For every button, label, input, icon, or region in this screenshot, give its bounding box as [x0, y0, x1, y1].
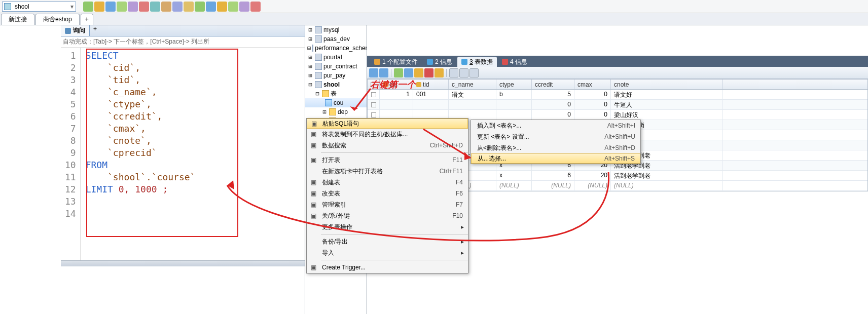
grid-add-icon[interactable] — [394, 68, 403, 77]
help-icon[interactable] — [250, 2, 261, 12]
result-tab[interactable]: 1 个配置文件 — [370, 57, 422, 67]
query-tab-add[interactable]: + — [90, 25, 100, 36]
sql-editor[interactable]: 1234567891011121314 SELECT `cid`, `tid`,… — [61, 48, 305, 260]
app-toolbar: shool ▾ — [0, 0, 868, 13]
grid-cancel-icon[interactable] — [435, 68, 444, 77]
tree-tables-folder[interactable]: ⊟表 — [305, 89, 367, 98]
ctx-item[interactable]: ▣关/系/外键F10 — [307, 210, 468, 221]
connection-tab-add[interactable]: + — [81, 14, 93, 25]
grid-delete-icon[interactable] — [424, 68, 433, 77]
tree-db-current[interactable]: ⊟shool — [305, 80, 367, 89]
schema-icon[interactable] — [172, 2, 183, 12]
row-checkbox[interactable] — [371, 112, 376, 117]
rel-icon: ▣ — [307, 212, 320, 219]
tree-db[interactable]: ⊞pourtal — [305, 53, 367, 62]
rollback-icon[interactable] — [206, 2, 216, 12]
line-gutter: 1234567891011121314 — [61, 48, 81, 260]
ctx-item[interactable]: 更多表操作▸ — [307, 221, 468, 232]
tools-icon[interactable] — [217, 2, 227, 12]
search-icon: ▣ — [307, 142, 320, 149]
result-tab[interactable]: 3 表数据 — [457, 57, 497, 67]
ctx-item[interactable]: ▣将表复制到不同的主机/数据库... — [307, 129, 468, 140]
database-combo[interactable]: shool ▾ — [2, 2, 76, 12]
ctx-item[interactable]: 导入▸ — [307, 247, 468, 258]
connection-tab[interactable]: 商舍eshop — [35, 14, 80, 25]
editor-scrollbar[interactable] — [61, 260, 305, 266]
tab-icon — [461, 59, 467, 65]
tree-db[interactable]: ⊞pur_pay — [305, 71, 367, 80]
paste-icon: ▣ — [307, 120, 320, 127]
paste-sql-submenu[interactable]: 插入到 <表名>...Alt+Shift+I更新 <表名> 设置...Alt+S… — [471, 120, 641, 164]
table-icon[interactable] — [128, 2, 138, 12]
grid-save-icon[interactable] — [414, 68, 423, 77]
database-icon — [4, 3, 11, 10]
ctx-item[interactable]: 在新选项卡中打开表格Ctrl+F11 — [307, 166, 468, 177]
key-icon — [383, 82, 388, 87]
db-new-icon[interactable] — [83, 2, 93, 12]
ctx-item[interactable]: 备份/导出▸ — [307, 236, 468, 247]
autocomplete-hint: 自动完成：[Tab]-> 下一个标签，[Ctrl+Space]-> 列出所 — [61, 36, 305, 48]
stop-icon[interactable] — [139, 2, 149, 12]
open-icon: ▣ — [307, 156, 320, 164]
connection-tabstrip: 新连接 商舍eshop + — [0, 13, 868, 25]
grid-refresh-icon[interactable] — [369, 68, 378, 77]
grid-copy-icon[interactable] — [404, 68, 413, 77]
query-run-icon[interactable] — [117, 2, 127, 12]
db-export-icon[interactable] — [150, 2, 160, 12]
tab-icon — [374, 59, 380, 65]
grid-first-icon[interactable] — [379, 68, 388, 77]
tree-table-selected[interactable]: cou — [305, 98, 367, 107]
result-tab[interactable]: 4 信息 — [498, 57, 531, 67]
result-toolbar — [367, 67, 868, 79]
ctx-item[interactable]: 从...选择...Alt+Shift+S — [471, 153, 640, 164]
alter-icon: ▣ — [307, 190, 320, 197]
index-icon: ▣ — [307, 201, 320, 208]
row-checkbox[interactable] — [371, 92, 376, 97]
ctx-item[interactable]: ▣打开表F11 — [307, 154, 468, 166]
db-refresh-icon[interactable] — [94, 2, 104, 12]
tree-db[interactable]: ⊞paas_dev — [305, 34, 367, 44]
ctx-item[interactable]: ▣粘贴SQL语句 — [307, 119, 468, 129]
tree-db[interactable]: ⊞pur_contract — [305, 62, 367, 71]
table-row[interactable]: 00牛逼人 — [368, 100, 867, 110]
db-open-icon[interactable] — [105, 2, 116, 12]
ctx-item[interactable]: 从<删除;表名>...Alt+Shift+D — [471, 142, 640, 153]
user-icon[interactable] — [184, 2, 194, 12]
connection-tab[interactable]: 新连接 — [1, 14, 34, 25]
table-context-menu[interactable]: ▣粘贴SQL语句▣将表复制到不同的主机/数据库...▣数据搜索Ctrl+Shif… — [306, 118, 468, 273]
ctx-item[interactable]: ▣数据搜索Ctrl+Shift+D — [307, 140, 468, 151]
toolbar-icons — [83, 2, 261, 12]
query-tab[interactable]: 询问 — [61, 25, 90, 36]
tree-db[interactable]: ⊞performance_schema — [305, 44, 367, 53]
ctx-item[interactable]: 更新 <表名> 设置...Alt+Shift+U — [471, 131, 640, 142]
ctx-item[interactable]: ▣Create Trigger... — [307, 262, 468, 273]
text-view-icon[interactable] — [469, 68, 479, 77]
commit-icon[interactable] — [195, 2, 205, 12]
chart-icon[interactable] — [239, 2, 249, 12]
tree-table[interactable]: ⊞dep — [305, 107, 367, 116]
calendar-icon[interactable] — [228, 2, 238, 12]
tab-icon — [427, 59, 433, 65]
form-view-icon[interactable] — [459, 68, 468, 77]
table-row[interactable]: 1001语文b50语文好 — [368, 90, 867, 100]
db-import-icon[interactable] — [161, 2, 171, 12]
query-tab-label: 询问 — [73, 26, 85, 35]
sql-code[interactable]: SELECT `cid`, `tid`, `c_name`, `ctype`, … — [81, 48, 201, 260]
ctx-item[interactable]: ▣管理索引F7 — [307, 199, 468, 210]
result-tabbar: 1 个配置文件2 信息3 表数据4 信息 — [367, 56, 868, 67]
query-icon — [65, 28, 71, 34]
tree-db[interactable]: ⊞mysql — [305, 25, 367, 34]
row-checkbox[interactable] — [371, 102, 376, 107]
tab-icon — [502, 59, 508, 65]
result-tab[interactable]: 2 信息 — [423, 57, 456, 67]
sql-editor-pane: 询问 + 自动完成：[Tab]-> 下一个标签，[Ctrl+Space]-> 列… — [61, 25, 305, 314]
ctx-item[interactable]: ▣改变表F6 — [307, 188, 468, 199]
database-combo-value: shool — [13, 3, 68, 10]
ctx-item[interactable]: 插入到 <表名>...Alt+Shift+I — [471, 120, 640, 131]
copytbl-icon: ▣ — [307, 131, 320, 138]
key-icon — [416, 82, 421, 87]
trigger-icon: ▣ — [307, 264, 320, 271]
grid-view-icon[interactable] — [449, 68, 458, 77]
ctx-item[interactable]: ▣创建表F4 — [307, 177, 468, 188]
chevron-down-icon[interactable]: ▾ — [68, 3, 76, 10]
